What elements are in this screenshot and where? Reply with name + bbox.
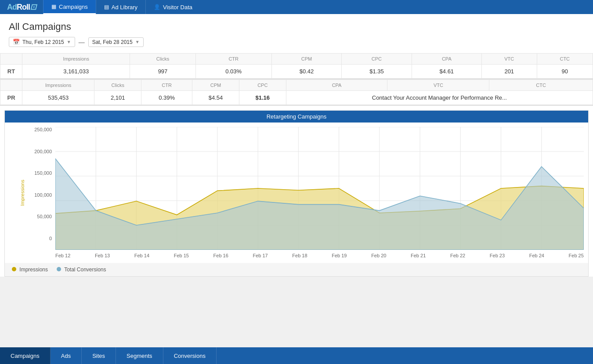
rt-impressions: 3,161,033 — [22, 65, 130, 79]
x-label-feb20: Feb 20 — [371, 253, 386, 258]
dropdown-arrow-end: ▼ — [135, 40, 140, 44]
x-label-feb14: Feb 14 — [134, 253, 149, 258]
pr-contact-msg: Contact Your Account Manager for Perform… — [286, 91, 593, 105]
date-range: 📅 Thu, Feb 12 2015 ▼ — Sat, Feb 28 2015 … — [9, 37, 584, 47]
x-label-feb18: Feb 18 — [292, 253, 307, 258]
conversions-legend-dot — [57, 267, 61, 271]
conversions-legend: Total Conversions — [57, 267, 106, 273]
nav-ad-library[interactable]: ▤ Ad Library — [96, 0, 145, 14]
th-cpc-rt: CPC — [342, 54, 412, 65]
th-cpa-pr: CPA — [286, 80, 387, 91]
pr-table: Impressions Clicks CTR CPM CPC CPA VTC C… — [0, 79, 593, 105]
th-ctc-pr: CTC — [489, 80, 593, 91]
impressions-legend-dot — [12, 267, 16, 271]
chart-svg — [55, 127, 584, 250]
x-label-feb19: Feb 19 — [332, 253, 347, 258]
y-tick-150k: 150,000 — [34, 170, 52, 176]
y-tick-200k: 200,000 — [34, 149, 52, 154]
rt-table-section: Impressions Clicks CTR CPM CPC CPA VTC C… — [0, 53, 593, 79]
x-label-feb21: Feb 21 — [411, 253, 426, 258]
x-label-feb23: Feb 23 — [490, 253, 505, 258]
th-cpm-rt: CPM — [271, 54, 341, 65]
visitor-data-icon: 👤 — [154, 4, 160, 10]
th-clicks-pr: Clicks — [94, 80, 141, 91]
date-end-picker[interactable]: Sat, Feb 28 2015 ▼ — [88, 37, 144, 47]
campaigns-icon: ▦ — [51, 4, 56, 10]
th-clicks-rt: Clicks — [130, 54, 195, 65]
th-cpm-pr: CPM — [192, 80, 239, 91]
chart-title: Retargeting Campaigns — [5, 111, 588, 123]
chart-y-label: Impressions — [20, 180, 25, 205]
th-ctr-rt: CTR — [195, 54, 271, 65]
pr-cpc: $1.16 — [239, 91, 286, 105]
th-impressions-pr: Impressions — [22, 80, 94, 91]
th-impressions-rt: Impressions — [22, 54, 130, 65]
nav-campaigns[interactable]: ▦ Campaigns — [43, 0, 96, 14]
top-navigation: AdRoll⊡ ▦ Campaigns ▤ Ad Library 👤 Visit… — [0, 0, 593, 14]
chart-x-labels: Feb 12 Feb 13 Feb 14 Feb 15 Feb 16 Feb 1… — [55, 251, 584, 260]
pr-clicks: 2,101 — [94, 91, 141, 105]
page-header: All Campaigns 📅 Thu, Feb 12 2015 ▼ — Sat… — [0, 14, 593, 53]
th-ctc-rt: CTC — [537, 54, 593, 65]
x-label-feb24: Feb 24 — [529, 253, 544, 258]
th-cpa-rt: CPA — [412, 54, 481, 65]
pr-data-row: PR 535,453 2,101 0.39% $4.54 $1.16 Conta… — [0, 91, 593, 105]
page-title: All Campaigns — [9, 21, 584, 32]
chart-legend: Impressions Total Conversions — [5, 263, 588, 276]
th-vtc-rt: VTC — [482, 54, 537, 65]
th-vtc-pr: VTC — [387, 80, 489, 91]
rt-ctc: 90 — [537, 65, 593, 79]
y-tick-50k: 50,000 — [37, 214, 52, 219]
nav-visitor-data[interactable]: 👤 Visitor Data — [145, 0, 200, 14]
logo: AdRoll⊡ — [0, 0, 43, 14]
rt-cpc: $1.35 — [342, 65, 412, 79]
chart-area: Impressions 250,000 200,000 150,000 100,… — [5, 123, 588, 263]
x-label-feb22: Feb 22 — [450, 253, 465, 258]
th-empty-pr — [0, 80, 22, 91]
ad-library-icon: ▤ — [104, 4, 109, 10]
th-ctr-pr: CTR — [141, 80, 192, 91]
rt-cpa: $4.61 — [412, 65, 481, 79]
th-cpc-pr: CPC — [239, 80, 286, 91]
th-empty-rt — [0, 54, 22, 65]
y-tick-0: 0 — [49, 236, 52, 241]
rt-table: Impressions Clicks CTR CPM CPC CPA VTC C… — [0, 53, 593, 79]
rt-vtc: 201 — [482, 65, 537, 79]
rt-data-row: RT 3,161,033 997 0.03% $0.42 $1.35 $4.61… — [0, 65, 593, 79]
x-label-feb13: Feb 13 — [95, 253, 110, 258]
rt-cpm: $0.42 — [271, 65, 341, 79]
dropdown-arrow: ▼ — [67, 40, 71, 44]
pr-cpm: $4.54 — [192, 91, 239, 105]
calendar-icon: 📅 — [13, 39, 20, 45]
y-tick-250k: 250,000 — [34, 127, 52, 132]
rt-ctr: 0.03% — [195, 65, 271, 79]
date-start-picker[interactable]: 📅 Thu, Feb 12 2015 ▼ — [9, 37, 75, 47]
x-label-feb16: Feb 16 — [213, 253, 228, 258]
impressions-legend: Impressions — [12, 267, 48, 273]
pr-impressions: 535,453 — [22, 91, 94, 105]
rt-label: RT — [0, 65, 22, 79]
x-label-feb12: Feb 12 — [55, 253, 70, 258]
chart-section: Retargeting Campaigns Impressions 250,00… — [4, 110, 589, 277]
y-tick-100k: 100,000 — [34, 192, 52, 198]
pr-ctr: 0.39% — [141, 91, 192, 105]
pr-label: PR — [0, 91, 22, 105]
x-label-feb15: Feb 15 — [174, 253, 189, 258]
rt-clicks: 997 — [130, 65, 195, 79]
x-label-feb25: Feb 25 — [569, 253, 584, 258]
pr-table-section: Impressions Clicks CTR CPM CPC CPA VTC C… — [0, 79, 593, 106]
date-separator: — — [79, 39, 85, 46]
x-label-feb17: Feb 17 — [253, 253, 268, 258]
